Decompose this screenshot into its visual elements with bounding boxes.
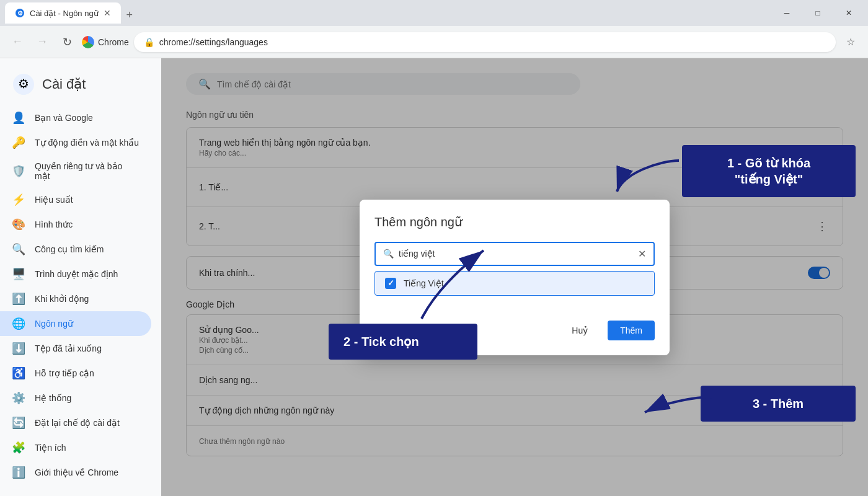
chrome-logo: Chrome xyxy=(82,36,129,48)
chrome-circle-icon xyxy=(82,36,94,48)
bookmark-button[interactable]: ☆ xyxy=(841,32,861,52)
sidebar-item-quyen-rieng-tu[interactable]: 🛡️ Quyền riêng tư và bảo mật xyxy=(0,155,151,187)
main-content: 🔍 Ngôn ngữ ưu tiên Trang web hiển thị bằ… xyxy=(161,58,868,496)
search-icon: 🔍 xyxy=(12,243,25,255)
sidebar-item-tu-dong-dien[interactable]: 🔑 Tự động điền và mật khẩu xyxy=(0,130,151,155)
annotation-step3: 3 - Thêm xyxy=(701,386,856,422)
sidebar: ⚙ Cài đặt 👤 Bạn và Google 🔑 Tự động điền… xyxy=(0,58,161,496)
browser-icon: 🖥️ xyxy=(12,268,25,280)
modal-overlay: Thêm ngôn ngữ 🔍 ✕ Tiếng Việt Huỷ Thêm xyxy=(161,58,868,496)
close-button[interactable]: ✕ xyxy=(835,3,863,23)
chrome-label: Chrome xyxy=(98,37,129,47)
sidebar-label-ban-va-google: Bạn và Google xyxy=(35,113,93,123)
address-bar: ← → ↻ Chrome 🔒 chrome://settings/languag… xyxy=(0,26,868,58)
new-tab-button[interactable]: + xyxy=(121,6,138,24)
address-text: chrome://settings/languages xyxy=(159,37,826,47)
sidebar-label-dat-lai: Đặt lại chế độ cài đặt xyxy=(35,418,120,428)
tieng-viet-label: Tiếng Việt xyxy=(404,278,444,288)
user-icon: 👤 xyxy=(12,112,25,124)
tab-bar: ⚙ Cài đặt - Ngôn ngữ ✕ + xyxy=(5,2,768,24)
svg-text:⚙: ⚙ xyxy=(17,10,23,17)
sidebar-item-he-thong[interactable]: ⚙️ Hệ thống xyxy=(0,386,151,410)
minimize-button[interactable]: ─ xyxy=(773,3,801,23)
sidebar-label-khi-khoi-dong: Khi khởi động xyxy=(35,294,89,304)
modal-search-input[interactable] xyxy=(399,249,633,259)
startup-icon: ⬆️ xyxy=(12,293,25,305)
cancel-button[interactable]: Huỷ xyxy=(559,321,600,340)
modal-clear-button[interactable]: ✕ xyxy=(638,248,646,260)
active-tab[interactable]: ⚙ Cài đặt - Ngôn ngữ ✕ xyxy=(5,2,121,24)
sidebar-label-tai-xuong: Tệp đã tải xuống xyxy=(35,343,102,353)
sidebar-item-dat-lai[interactable]: 🔄 Đặt lại chế độ cài đặt xyxy=(0,410,151,435)
sidebar-label-trinh-duyet: Trình duyệt mặc định xyxy=(35,269,118,279)
performance-icon: ⚡ xyxy=(12,193,25,206)
language-icon: 🌐 xyxy=(12,317,25,330)
sidebar-item-tai-xuong[interactable]: ⬇️ Tệp đã tải xuống xyxy=(0,336,151,361)
appearance-icon: 🎨 xyxy=(12,218,25,231)
maximize-button[interactable]: □ xyxy=(804,3,832,23)
sidebar-label-tien-ich: Tiện ích xyxy=(35,443,66,453)
annotation-step3-text: 3 - Thêm xyxy=(753,397,804,410)
sidebar-item-hieu-suat[interactable]: ⚡ Hiệu suất xyxy=(0,187,151,212)
back-button[interactable]: ← xyxy=(7,32,27,52)
sidebar-item-khi-khoi-dong[interactable]: ⬆️ Khi khởi động xyxy=(0,286,151,311)
sidebar-label-hinh-thuc: Hình thức xyxy=(35,219,73,229)
title-bar: ⚙ Cài đặt - Ngôn ngữ ✕ + ─ □ ✕ xyxy=(0,0,868,26)
sidebar-label-ngon-ngu: Ngôn ngữ xyxy=(35,319,73,329)
lock-icon: 🔒 xyxy=(144,37,154,47)
reset-icon: 🔄 xyxy=(12,417,25,429)
sidebar-item-ho-tro[interactable]: ♿ Hỗ trợ tiếp cận xyxy=(0,361,151,386)
browser-frame: ⚙ Cài đặt - Ngôn ngữ ✕ + ─ □ ✕ ← → ↻ Chr… xyxy=(0,0,868,496)
sidebar-label-tu-dong-dien: Tự động điền và mật khẩu xyxy=(35,138,139,148)
sidebar-item-ngon-ngu[interactable]: 🌐 Ngôn ngữ xyxy=(0,311,151,336)
annotation-step2: 2 - Tick chọn xyxy=(329,324,477,360)
sidebar-label-gioi-thieu: Giới thiệu về Chrome xyxy=(35,467,118,477)
download-icon: ⬇️ xyxy=(12,342,25,355)
tab-close-button[interactable]: ✕ xyxy=(104,8,111,18)
sidebar-label-cong-cu: Công cụ tìm kiếm xyxy=(35,244,104,254)
settings-logo-icon: ⚙ xyxy=(12,73,35,95)
key-icon: 🔑 xyxy=(12,136,25,149)
sidebar-label-ho-tro: Hỗ trợ tiếp cận xyxy=(35,368,94,378)
modal-title: Thêm ngôn ngữ xyxy=(374,215,655,229)
extensions-icon: 🧩 xyxy=(12,441,25,454)
system-icon: ⚙️ xyxy=(12,392,25,404)
accessibility-icon: ♿ xyxy=(12,367,25,379)
sidebar-label-quyen-rieng-tu: Quyền riêng tư và bảo mật xyxy=(35,161,139,181)
language-option-tieng-viet[interactable]: Tiếng Việt xyxy=(374,271,655,296)
sidebar-item-gioi-thieu[interactable]: ℹ️ Giới thiệu về Chrome xyxy=(0,460,151,485)
svg-text:⚙: ⚙ xyxy=(18,77,29,91)
sidebar-title: Cài đặt xyxy=(42,76,86,92)
sidebar-item-hinh-thuc[interactable]: 🎨 Hình thức xyxy=(0,212,151,237)
tab-favicon: ⚙ xyxy=(15,8,25,18)
shield-icon: 🛡️ xyxy=(12,165,25,177)
annotation-step1: 1 - Gõ từ khóa "tiếng Việt" xyxy=(682,145,856,197)
tab-title: Cài đặt - Ngôn ngữ xyxy=(30,9,99,18)
sidebar-label-hieu-suat: Hiệu suất xyxy=(35,195,73,205)
add-button[interactable]: Thêm xyxy=(608,321,655,340)
modal-search-bar[interactable]: 🔍 ✕ xyxy=(374,242,655,266)
tieng-viet-checkbox[interactable] xyxy=(385,278,396,289)
sidebar-label-he-thong: Hệ thống xyxy=(35,393,71,403)
modal-search-icon: 🔍 xyxy=(383,249,394,259)
annotation-step1-line1: 1 - Gõ từ khóa xyxy=(727,156,810,170)
sidebar-item-trinh-duyet[interactable]: 🖥️ Trình duyệt mặc định xyxy=(0,262,151,286)
annotation-step1-line2: "tiếng Việt" xyxy=(735,172,803,186)
forward-button[interactable]: → xyxy=(32,32,52,52)
sidebar-item-tien-ich[interactable]: 🧩 Tiện ích xyxy=(0,435,151,460)
annotation-step2-text: 2 - Tick chọn xyxy=(343,335,419,348)
content-area: ⚙ Cài đặt 👤 Bạn và Google 🔑 Tự động điền… xyxy=(0,58,868,496)
sidebar-item-cong-cu[interactable]: 🔍 Công cụ tìm kiếm xyxy=(0,237,151,262)
sidebar-item-ban-va-google[interactable]: 👤 Bạn và Google xyxy=(0,105,151,130)
info-icon: ℹ️ xyxy=(12,466,25,479)
reload-button[interactable]: ↻ xyxy=(57,32,77,52)
address-input[interactable]: 🔒 chrome://settings/languages xyxy=(134,32,836,52)
sidebar-header: ⚙ Cài đặt xyxy=(0,68,161,105)
window-controls: ─ □ ✕ xyxy=(773,3,863,23)
